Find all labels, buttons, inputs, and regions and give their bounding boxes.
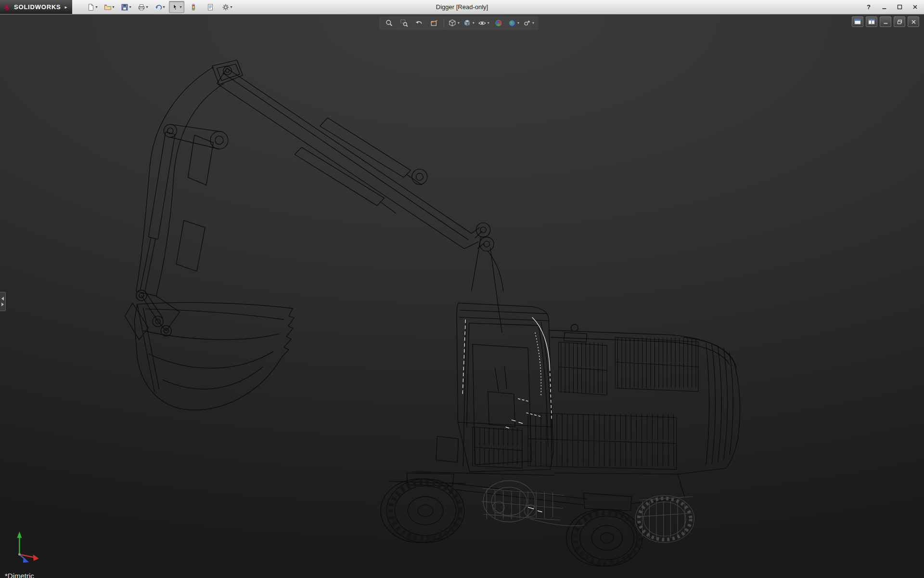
section-view-icon [430, 19, 438, 27]
file-properties-icon [206, 3, 214, 11]
viewport-canvas[interactable] [0, 14, 924, 578]
zoom-to-area-icon [400, 19, 409, 27]
rebuild-button[interactable] [186, 1, 201, 13]
solidworks-logo: SOLIDWORKS ▸ [0, 0, 72, 14]
section-view-button[interactable] [427, 17, 441, 29]
open-icon [104, 3, 112, 11]
maximize-button[interactable] [895, 3, 904, 12]
view-settings-button[interactable]: ▾ [522, 17, 535, 29]
display-style-button[interactable]: ▾ [462, 17, 475, 29]
zoom-to-fit-icon [385, 19, 394, 27]
tile-vertical-icon [868, 19, 875, 25]
expand-right-icon [1, 302, 4, 306]
doc-restore-button[interactable] [894, 16, 905, 27]
doc-close-button[interactable] [908, 16, 919, 27]
zoom-to-fit-button[interactable] [383, 17, 396, 29]
titlebar: SOLIDWORKS ▸ ▾ ▾ ▾ [0, 0, 924, 14]
view-orientation-status: *Dimetric [5, 572, 34, 578]
boom-assembly[interactable] [136, 60, 503, 333]
chassis[interactable] [389, 472, 685, 511]
select-caret[interactable]: ▾ [180, 5, 182, 9]
main-toolbar: ▾ ▾ ▾ ▾ [85, 1, 235, 13]
open-caret[interactable]: ▾ [113, 5, 115, 9]
view-settings-icon [523, 19, 531, 27]
undo-button[interactable]: ▾ [152, 1, 167, 13]
document-title: Digger [Read-only] [436, 3, 488, 11]
expand-left-icon [1, 297, 4, 301]
print-caret[interactable]: ▾ [146, 5, 148, 9]
solidworks-logo-icon [3, 3, 11, 11]
close-icon [912, 4, 918, 10]
hud-separator [444, 19, 444, 27]
select-button[interactable]: ▾ [169, 1, 184, 13]
heads-up-view-toolbar: ▾ ▾ ▾ [379, 16, 539, 30]
select-cursor-icon [171, 3, 179, 11]
hide-show-eye-icon [478, 19, 487, 27]
edit-appearance-ball-icon [494, 19, 503, 27]
print-icon [138, 3, 145, 11]
new-document-caret[interactable]: ▾ [96, 5, 98, 9]
new-document-button[interactable]: ▾ [85, 1, 100, 13]
document-window-controls [852, 16, 919, 27]
edit-appearance-button[interactable] [492, 17, 505, 29]
doc-minimize-icon [883, 19, 888, 25]
doc-restore-icon [897, 19, 902, 25]
display-style-caret[interactable]: ▾ [473, 21, 475, 25]
save-caret[interactable]: ▾ [129, 5, 131, 9]
brand-text: SOLIDWORKS [14, 3, 61, 11]
bucket[interactable] [125, 291, 294, 410]
minimize-icon [882, 4, 887, 10]
print-button[interactable]: ▾ [135, 1, 151, 13]
maximize-icon [897, 4, 902, 10]
doc-close-icon [911, 19, 916, 25]
apply-scene-globe-icon [508, 19, 516, 27]
display-style-cube-icon [463, 19, 472, 27]
hide-show-items-button[interactable]: ▾ [477, 17, 490, 29]
file-properties-button[interactable] [203, 1, 218, 13]
save-icon [121, 3, 128, 11]
open-button[interactable]: ▾ [102, 1, 117, 13]
help-button[interactable]: ? [864, 3, 873, 12]
view-orientation-caret[interactable]: ▾ [458, 21, 460, 25]
close-button[interactable] [911, 3, 919, 12]
minimize-button[interactable] [880, 3, 888, 12]
undo-icon [154, 3, 162, 11]
options-gear-icon [222, 3, 230, 11]
undo-caret[interactable]: ▾ [163, 5, 165, 9]
hide-show-items-caret[interactable]: ▾ [488, 21, 489, 25]
options-button[interactable]: ▾ [219, 1, 235, 13]
engine-grilles[interactable] [473, 337, 698, 469]
apply-scene-button[interactable]: ▾ [507, 17, 520, 29]
view-orientation-cube-icon [448, 19, 457, 27]
previous-view-button[interactable] [412, 17, 426, 29]
save-button[interactable]: ▾ [118, 1, 134, 13]
panel-expander-tab[interactable] [0, 292, 6, 311]
zoom-to-area-button[interactable] [398, 17, 411, 29]
options-caret[interactable]: ▾ [231, 5, 232, 9]
toolbar-expander[interactable]: ▸ [65, 4, 67, 10]
tile-horizontal-button[interactable] [852, 16, 863, 27]
view-settings-caret[interactable]: ▾ [532, 21, 534, 25]
graphics-viewport[interactable]: ▾ ▾ ▾ [0, 14, 924, 578]
apply-scene-caret[interactable]: ▾ [517, 21, 519, 25]
window-controls: ? [864, 3, 924, 12]
orientation-triad [17, 531, 39, 563]
view-orientation-button[interactable]: ▾ [447, 17, 461, 29]
wireframe-model[interactable] [125, 60, 740, 566]
doc-minimize-button[interactable] [880, 16, 891, 27]
tile-vertical-button[interactable] [866, 16, 877, 27]
new-document-icon [87, 3, 95, 11]
rebuild-traffic-light-icon [190, 3, 197, 11]
previous-view-icon [415, 19, 424, 27]
tile-horizontal-icon [854, 19, 861, 25]
